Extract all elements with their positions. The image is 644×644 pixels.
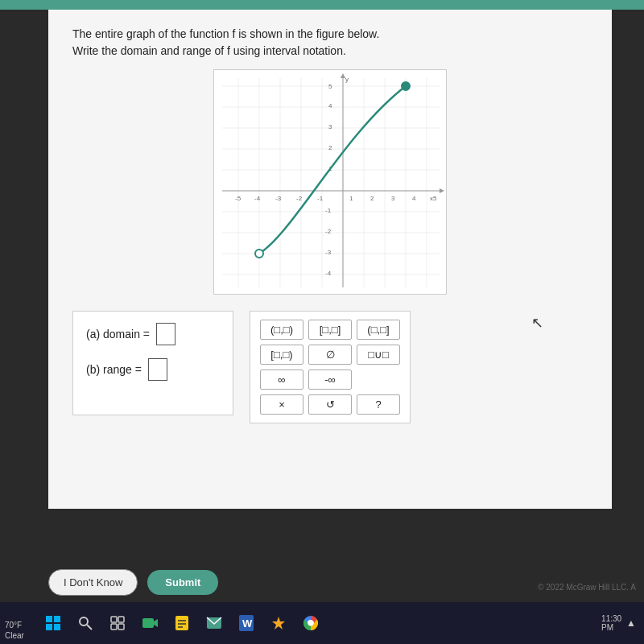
svg-text:-2: -2: [296, 195, 303, 202]
svg-text:5: 5: [433, 195, 437, 202]
svg-text:-4: -4: [325, 270, 332, 277]
question-line1: The entire graph of the function f is sh…: [72, 26, 588, 43]
bottom-buttons: I Don't Know Submit: [48, 569, 218, 596]
weather-condition: Clear: [5, 630, 24, 641]
symbol-open-interval[interactable]: (□,□): [260, 320, 303, 340]
domain-label: (a) domain =: [86, 328, 150, 341]
svg-text:2: 2: [328, 144, 332, 151]
svg-rect-47: [46, 624, 52, 630]
svg-rect-45: [46, 616, 52, 622]
svg-point-49: [80, 617, 88, 625]
closed-endpoint: [402, 82, 410, 90]
svg-text:-4: -4: [254, 195, 261, 202]
search-icon[interactable]: [72, 610, 98, 636]
svg-text:3: 3: [391, 195, 395, 202]
chrome-icon[interactable]: [298, 610, 324, 636]
symbol-closed-interval[interactable]: [□,□]: [308, 320, 352, 340]
star-icon[interactable]: [266, 610, 291, 636]
svg-text:-1: -1: [317, 195, 324, 202]
svg-text:W: W: [242, 617, 253, 630]
top-bar: [0, 0, 644, 10]
submit-button[interactable]: Submit: [147, 570, 218, 595]
taskview-icon[interactable]: [105, 610, 130, 636]
content-area: The entire graph of the function f is sh…: [48, 10, 612, 509]
range-input[interactable]: [148, 358, 167, 381]
tray-chevron[interactable]: ▲: [626, 617, 636, 629]
svg-marker-22: [440, 188, 444, 193]
graph-container: x y -5 -4 -3 -2 -1 1 2 3 4 5 1 2 3 4 5: [213, 69, 447, 295]
symbol-panel: (□,□) [□,□] (□,□] [□,□) ∅ □∪□ ∞ -∞ × ↺ ?: [250, 311, 411, 423]
copyright-text: © 2022 McGraw Hill LLC. A: [538, 583, 636, 592]
range-row: (b) range =: [86, 358, 220, 381]
svg-text:-3: -3: [325, 249, 332, 256]
symbol-help[interactable]: ?: [357, 394, 400, 415]
system-clock: 11:30 PM: [601, 614, 621, 632]
range-label: (b) range =: [86, 363, 142, 376]
question-text: The entire graph of the function f is sh…: [72, 26, 588, 60]
svg-text:-2: -2: [325, 228, 332, 235]
open-endpoint: [255, 250, 263, 258]
svg-marker-56: [154, 619, 158, 627]
weather-info: 70°F Clear: [5, 620, 24, 641]
svg-rect-48: [54, 624, 60, 630]
symbol-spacer: [357, 369, 400, 390]
svg-text:5: 5: [328, 83, 332, 90]
domain-input[interactable]: [156, 323, 175, 345]
symbol-union[interactable]: □∪□: [357, 345, 400, 365]
function-graph: x y -5 -4 -3 -2 -1 1 2 3 4 5 1 2 3 4 5: [214, 70, 447, 295]
answer-box: (a) domain = (b) range =: [72, 311, 233, 415]
svg-text:-1: -1: [325, 207, 332, 214]
taskbar: 70°F Clear: [0, 602, 644, 644]
svg-text:4: 4: [412, 195, 416, 202]
svg-rect-51: [111, 617, 117, 622]
svg-rect-46: [54, 616, 60, 622]
svg-text:y: y: [345, 76, 349, 83]
weather-temp: 70°F: [5, 620, 24, 630]
symbol-half-open-right[interactable]: (□,□]: [357, 320, 400, 340]
symbol-infinity[interactable]: ∞: [260, 369, 303, 390]
svg-text:3: 3: [328, 123, 332, 130]
answer-section: (a) domain = (b) range = (□,□) [□,□] (□,…: [72, 311, 588, 423]
svg-line-50: [87, 625, 92, 630]
svg-text:4: 4: [328, 102, 332, 109]
question-line2: Write the domain and range of f using in…: [72, 43, 588, 60]
symbol-half-open-left[interactable]: [□,□): [260, 345, 303, 365]
svg-text:-5: -5: [235, 195, 242, 202]
camera-icon[interactable]: [137, 610, 163, 636]
windows-icon[interactable]: [40, 610, 66, 636]
symbol-times[interactable]: ×: [260, 394, 303, 415]
word-icon[interactable]: W: [233, 610, 259, 636]
svg-text:1: 1: [349, 195, 353, 202]
symbol-neg-infinity[interactable]: -∞: [308, 369, 352, 390]
svg-rect-52: [118, 617, 124, 622]
svg-text:-3: -3: [275, 195, 282, 202]
svg-rect-57: [175, 616, 188, 630]
svg-rect-55: [142, 618, 154, 628]
dont-know-button[interactable]: I Don't Know: [48, 569, 138, 596]
domain-row: (a) domain =: [86, 323, 220, 345]
svg-marker-64: [272, 617, 285, 630]
svg-rect-54: [118, 624, 124, 630]
symbol-undo[interactable]: ↺: [308, 394, 352, 415]
svg-text:2: 2: [370, 195, 374, 202]
file-icon[interactable]: [169, 610, 195, 636]
svg-point-67: [308, 621, 314, 626]
symbol-empty-set[interactable]: ∅: [308, 345, 352, 365]
screen: The entire graph of the function f is sh…: [0, 0, 644, 644]
mail-icon[interactable]: [201, 610, 227, 636]
svg-rect-53: [111, 624, 117, 630]
